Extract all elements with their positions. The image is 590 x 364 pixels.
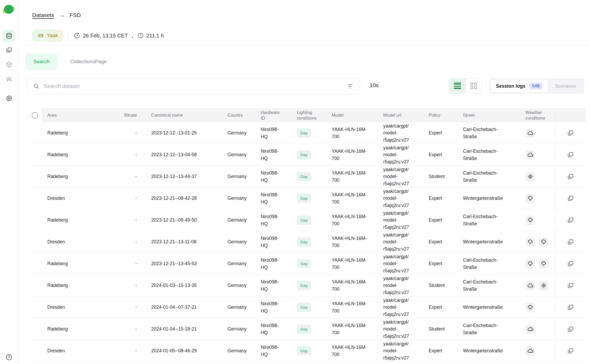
list-icon (454, 83, 461, 89)
table-row[interactable]: Radeberg - 2024-01-04--15-18-21 Germany … (29, 318, 586, 340)
help-icon (5, 354, 12, 361)
session-logs-table: Area Bitrate Canonical name Country Hard… (29, 108, 586, 362)
help-button[interactable] (5, 354, 12, 361)
breadcrumb-arrow-icon: → (59, 12, 65, 19)
tab-search[interactable]: Search (26, 53, 57, 70)
table-row[interactable]: Dresden - 2024-01-04--07-37-21 Germany N… (29, 297, 586, 318)
list-view-button[interactable] (450, 78, 466, 93)
cloud-icon (525, 150, 535, 160)
copy-icon[interactable] (567, 195, 574, 202)
hardware-id-value: Niro098-​HQ (261, 278, 282, 293)
copy-icon[interactable] (567, 260, 574, 267)
weather-conditions (520, 253, 555, 274)
header-actions (555, 108, 586, 122)
model-url-value: yaak/​cargpt/​model-​r5ajq2ru:v27 (383, 297, 422, 318)
cube-icon (6, 61, 12, 68)
bitrate-value: - (135, 304, 137, 311)
breadcrumb-current: FSD (70, 12, 81, 18)
clock-icon (137, 32, 144, 39)
weather-conditions (520, 340, 555, 362)
copy-icon[interactable] (567, 238, 574, 246)
model-value: YAAK-​HLN-​16M-​700 (332, 235, 374, 249)
table-row[interactable]: Radeberg - 2023-12-12--13-01-25 Germany … (29, 122, 586, 144)
copy-icon[interactable] (567, 347, 574, 354)
table-row[interactable]: Radeberg - 2023-12-12--13-44-37 Germany … (29, 166, 586, 188)
toolbar: 10s Session logs 548 Scenarios (18, 78, 590, 94)
gear-icon (6, 95, 12, 102)
copy-icon[interactable] (567, 217, 574, 224)
country-value: Germany (227, 217, 247, 224)
bitrate-value: - (135, 347, 137, 354)
session-logs-count-badge: 548 (529, 83, 542, 90)
table-row[interactable]: Radeberg - 2024-01-03--15-13-35 Germany … (29, 275, 586, 297)
search-icon (33, 83, 40, 90)
lighting-badge: Day (297, 259, 311, 269)
area-value: Radeberg (47, 129, 68, 137)
sidebar-item-models[interactable] (3, 58, 15, 71)
logo-circle (4, 5, 14, 14)
copy-icon[interactable] (567, 129, 574, 137)
select-all-checkbox[interactable] (32, 112, 38, 118)
clip-duration-value[interactable]: 10s (370, 82, 379, 88)
country-value: Germany (227, 260, 247, 267)
hardware-id-value: Niro098-​HQ (261, 344, 282, 358)
segment-session-logs[interactable]: Session logs 548 (491, 80, 548, 92)
area-value: Radeberg (47, 173, 68, 180)
breadcrumb-datasets-link[interactable]: Datasets (32, 12, 54, 18)
model-url-value: yaak/​cargpt/​model-​r5ajq2ru:v27 (383, 231, 422, 253)
table-row[interactable]: Radeberg - 2023-12-12--13-04-58 Germany … (29, 144, 586, 166)
cloud-icon (525, 324, 535, 334)
copy-icon[interactable] (567, 304, 574, 311)
model-value: YAAK-​HLN-​16M-​700 (332, 191, 374, 205)
model-url-value: yaak/​cargpt/​model-​r5ajq2ru:v27 (383, 144, 422, 166)
tab-collections-page[interactable]: CollectionsPage (70, 59, 107, 65)
table-row[interactable]: Dresden - 2024-01-05--08-46-29 Germany N… (29, 340, 586, 362)
model-value: YAAK-​HLN-​16M-​700 (332, 300, 374, 314)
vehicle-chip[interactable]: Yaak (32, 29, 63, 42)
area-value: Radeberg (47, 325, 68, 333)
lighting-badge: Day (297, 150, 311, 160)
sidebar-item-collections[interactable] (3, 44, 15, 56)
search-input[interactable] (44, 83, 342, 89)
grid-view-button[interactable] (466, 78, 482, 93)
filter-icon[interactable] (346, 83, 354, 89)
sidebar-item-datasets[interactable] (3, 30, 15, 42)
table-row[interactable]: Radeberg - 2023-12-21--13-45-53 Germany … (29, 253, 586, 275)
sidebar (0, 0, 18, 364)
canonical-name-value: 2024-01-04--15-18-21 (151, 325, 197, 333)
model-url-value: yaak/​cargpt/​model-​r5ajq2ru:v27 (383, 253, 422, 274)
hardware-id-value: Niro098-​HQ (261, 191, 282, 205)
street-value: Carl-​Eschebach-​Straße (463, 213, 508, 227)
header-policy: Policy (425, 108, 457, 122)
header-hardware: Hardware ID (255, 108, 288, 122)
table-row[interactable]: Radeberg - 2023-12-21--09-49-50 Germany … (29, 209, 586, 231)
sun-icon (539, 281, 548, 290)
scenarios-label: Scenarios (555, 83, 576, 89)
country-value: Germany (227, 282, 247, 289)
total-duration: 211.1 h (137, 32, 164, 39)
weather-conditions (520, 275, 555, 296)
rain-icon (525, 303, 535, 312)
sidebar-item-settings[interactable] (3, 92, 15, 104)
rain-icon (539, 237, 548, 247)
breadcrumb: Datasets → FSD (32, 12, 81, 19)
policy-value: Expert (429, 151, 442, 158)
country-value: Germany (227, 195, 247, 202)
copies-icon (6, 46, 12, 53)
copy-icon[interactable] (567, 325, 574, 333)
policy-value: Expert (429, 304, 442, 311)
sun-icon (525, 172, 535, 181)
table-row[interactable]: Dresden - 2023-12-21--08-42-28 Germany N… (29, 188, 586, 209)
weather-conditions (520, 166, 555, 187)
lighting-badge: Day (297, 346, 311, 356)
copy-icon[interactable] (567, 151, 574, 158)
table-row[interactable]: Dresden - 2023-12-21--13-11-08 Germany N… (29, 231, 586, 253)
copy-icon[interactable] (567, 282, 574, 289)
main-content: Datasets → FSD Yaak 26 Feb, 13:15 CET (18, 0, 590, 364)
cloud-icon (525, 281, 535, 290)
segment-scenarios[interactable]: Scenarios (548, 80, 583, 92)
sidebar-item-network[interactable] (3, 73, 15, 86)
copy-icon[interactable] (567, 173, 574, 180)
country-value: Germany (227, 325, 247, 333)
canonical-name-value: 2024-01-05--08-46-29 (151, 347, 197, 354)
